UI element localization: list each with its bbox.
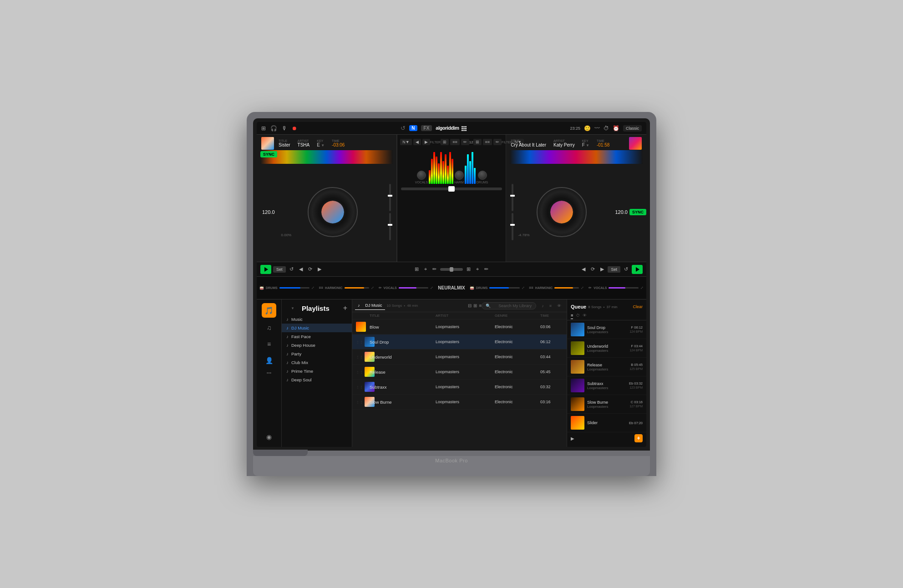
queue-tab-clock[interactable]: ⏱ <box>576 312 580 319</box>
deck-left-key-field[interactable]: KEY E ▼ <box>317 139 325 147</box>
playlist-item-clubmix[interactable]: ♪ Club Mix <box>282 358 352 367</box>
queue-item[interactable]: Underworld Loopmasters F 03:44 124 BPM <box>567 339 646 358</box>
pencil-right-btn[interactable]: ✏ <box>482 265 490 273</box>
pencil-left-btn[interactable]: ✏ <box>431 265 438 273</box>
mixer-icon[interactable]: ⊞ <box>261 125 266 132</box>
sidebar-apple-music-icon[interactable]: ♫ <box>263 321 275 334</box>
sync-loop-right-btn[interactable]: ⟳ <box>589 265 597 273</box>
cursor-left-btn[interactable]: ⌖ <box>422 265 429 273</box>
loop-left-btn[interactable]: ↺ <box>288 265 295 273</box>
playlist-item-music[interactable]: ♪ Music <box>282 315 352 324</box>
top-bar: ⊞ 🎧 🎙 ⏺ ↺ N FX algoriddim <box>257 122 646 135</box>
collapse-arrow[interactable]: ▼ <box>286 304 299 312</box>
mixer-tools-r[interactable]: ⊞ <box>473 139 482 145</box>
queue-item[interactable]: Subtraxx Loopmasters Eb 03:32 123 BPM <box>567 376 646 395</box>
crossfader[interactable] <box>401 188 502 190</box>
search-box[interactable]: 🔍 Search My Library <box>482 302 536 309</box>
playlist-item-deepsoul[interactable]: ♪ Deep Soul <box>282 375 352 384</box>
queue-play-icon[interactable]: ▶ <box>571 436 574 441</box>
next-left-btn[interactable]: ▶ <box>316 265 323 273</box>
add-playlist-btn[interactable]: + <box>343 304 347 312</box>
track-row[interactable]: ⋮⋮ Slow Burne Loopmasters Electronic 03:… <box>352 395 567 410</box>
nm-harmonic-right: ≡≡ HARMONIC ⤢ <box>529 286 584 290</box>
playlists-panel: ▼ Playlists + ♪ Music ♪ DJ Music <box>282 299 352 447</box>
sync-left-btn[interactable]: SYNC <box>260 151 277 157</box>
set-right-btn[interactable]: Set <box>608 266 620 273</box>
cursor-right-btn[interactable]: ⌖ <box>474 265 481 273</box>
queue-tab-eye[interactable]: 👁 <box>583 312 587 319</box>
sidebar-playlist-icon[interactable]: ≡ <box>263 338 275 350</box>
mode-selector[interactable]: Classic <box>623 125 642 132</box>
tab-queue-icon[interactable]: ♪ <box>539 302 547 310</box>
record-icon[interactable]: ⏺ <box>292 125 297 132</box>
deck-left-main: SYNC 120.0 0.00% <box>259 164 395 260</box>
playlist-item-party[interactable]: ♪ Party <box>282 350 352 358</box>
sidebar-more-icon[interactable]: ••• <box>267 370 272 375</box>
deck-right-title-field: TITLE Cry About It Later <box>511 139 546 147</box>
sidebar-camera-icon[interactable]: ◉ <box>263 431 275 443</box>
headphones-icon[interactable]: 🎧 <box>270 125 277 132</box>
drums-knob-left[interactable] <box>478 171 487 180</box>
next-right-btn[interactable]: ▶ <box>599 265 606 273</box>
queue-add-btn[interactable]: + <box>634 434 643 442</box>
tab-current-playlist[interactable]: DJ Music <box>363 301 385 310</box>
deck-right-key-field[interactable]: KEY F ▼ <box>582 139 589 147</box>
play-left-btn[interactable] <box>260 265 271 274</box>
clock-icon[interactable]: ⏰ <box>613 125 619 132</box>
harm-knob-left[interactable] <box>455 171 464 180</box>
tab-eye-icon[interactable]: 👁 <box>554 302 564 310</box>
n-filter-left[interactable]: N▼ <box>400 139 411 145</box>
mixer-pencil[interactable]: ✏ <box>461 139 469 145</box>
track-row[interactable]: ⋮⋮ Subtraxx Loopmasters Electronic 03:32 <box>352 380 567 395</box>
mixer-pencil-r[interactable]: ✏ <box>493 139 502 145</box>
playlist-item-djmusic[interactable]: ♪ DJ Music <box>282 324 352 332</box>
clear-queue-btn[interactable]: Clear <box>633 304 643 309</box>
track-row[interactable]: ⋮⋮ Release Loopmasters Electronic 05:45 <box>352 365 567 380</box>
fx-badge[interactable]: FX <box>421 125 432 131</box>
grid-right-btn[interactable]: ⊞ <box>465 265 472 273</box>
queue-panel: Queue 8 Songs • 37 min Clear ≡ ⏱ 👁 <box>567 299 646 447</box>
queue-item[interactable]: Slider Eb 07:20 <box>567 414 646 432</box>
tab-music[interactable]: ♪ <box>355 301 363 310</box>
sidebar-contact-icon[interactable]: 👤 <box>263 354 275 367</box>
playlist-item-primetime[interactable]: ♪ Prime Time <box>282 367 352 375</box>
play-right-btn[interactable] <box>632 265 643 274</box>
track-row[interactable]: ⋮⋮ Soul Drop Loopmasters Electronic 06:1… <box>352 335 567 350</box>
volume-left[interactable] <box>387 184 393 240</box>
waveform-icon[interactable]: 〰 <box>594 125 600 132</box>
sync-loop-left-btn[interactable]: ⟳ <box>306 265 314 273</box>
tab-list-icon[interactable]: ≡ <box>547 302 554 310</box>
filter-icon[interactable]: ⊟ <box>468 303 472 308</box>
vocals-knob-left[interactable] <box>417 171 426 180</box>
undo-icon[interactable]: ↺ <box>401 125 406 132</box>
prev-left-btn[interactable]: ◀ <box>297 265 304 273</box>
mic-icon[interactable]: 🎙 <box>282 125 287 132</box>
mixer-eq-r[interactable]: ≡≡ <box>483 139 492 145</box>
turntable-right[interactable] <box>537 187 587 237</box>
mixer-tools[interactable]: ⊞ <box>441 139 449 145</box>
nav-left[interactable]: ◀ <box>413 139 421 145</box>
transport-right: ◀ ⟳ ▶ Set ↺ <box>580 265 643 274</box>
track-row[interactable]: Blow Loopmasters Electronic 03:06 <box>352 319 567 335</box>
set-left-btn[interactable]: Set <box>273 266 286 273</box>
grid-view-icon[interactable]: ⊞ <box>473 303 477 308</box>
grid-left-btn[interactable]: ⊞ <box>413 265 421 273</box>
loop-right-btn[interactable]: ↺ <box>622 265 630 273</box>
queue-item[interactable]: Release Loopmasters B 05:45 125 BPM <box>567 358 646 376</box>
mixer-eq[interactable]: ≡≡ <box>450 139 460 145</box>
queue-item[interactable]: Slow Burne Loopmasters C 03:16 127 BPM <box>567 395 646 414</box>
playlist-item-deephouse[interactable]: ♪ Deep House <box>282 341 352 350</box>
queue-item[interactable]: Soul Drop Loopmasters F 06:12 124 BPM <box>567 320 646 339</box>
playlist-item-fastpace[interactable]: ♪ Fast Pace <box>282 332 352 341</box>
volume-right[interactable] <box>510 184 515 240</box>
track-row[interactable]: ⋮⋮ Underworld Loopmasters Electronic 03:… <box>352 350 567 365</box>
n-badge[interactable]: N <box>409 125 417 131</box>
nav-right[interactable]: ▶ <box>422 139 430 145</box>
smiley-icon[interactable]: 🙂 <box>584 125 591 132</box>
prev-right-btn[interactable]: ◀ <box>580 265 587 273</box>
sidebar-home-icon[interactable]: 🎵 <box>262 303 276 318</box>
turntable-left[interactable] <box>308 187 358 237</box>
sync-right-btn[interactable]: SYNC <box>629 209 646 215</box>
queue-tab-list[interactable]: ≡ <box>571 312 573 319</box>
settings-icon[interactable]: ⏱ <box>604 125 609 132</box>
